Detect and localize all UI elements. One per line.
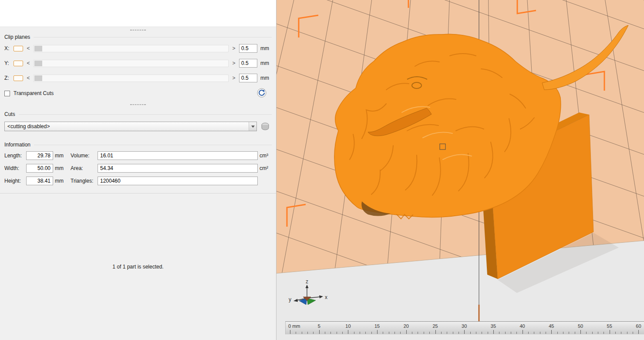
clip-y-increase-button[interactable]: > [232,60,236,66]
ruler-tick [633,332,633,334]
transparent-cuts-checkbox[interactable] [4,91,10,96]
splitter-handle-middle[interactable] [0,102,276,107]
volume-unit: cm³ [260,153,271,159]
clip-x-increase-button[interactable]: > [232,45,236,51]
clip-y-checkbox[interactable] [13,61,23,66]
ruler-label: 15 [374,323,380,329]
cutting-mode-dropdown[interactable]: <cutting disabled> [4,122,257,131]
scene-3d[interactable]: z x y [276,0,644,340]
group-divider-line [34,37,272,37]
ruler-tick [540,332,540,334]
ruler-tick [580,330,581,334]
reset-clip-planes-button[interactable] [257,88,266,98]
clip-z-slider-handle[interactable] [34,75,42,81]
ruler-tick [459,332,459,334]
clip-y-slider[interactable] [34,60,229,67]
clip-y-value-input[interactable] [239,59,257,68]
ruler-tick [482,332,482,334]
transparent-cuts-row: Transparent Cuts [4,88,272,99]
chevron-down-icon [251,126,255,128]
clip-x-label: X: [4,45,10,51]
clip-planes-group: Clip planes X: < > mm Y: < > mm [0,33,276,102]
cut-tool-button[interactable] [260,121,271,132]
ruler-tick [586,332,587,334]
clip-plane-row-y: Y: < > mm [4,58,271,68]
ruler-tick [505,332,506,334]
ruler-tick [464,330,465,334]
clip-y-label: Y: [4,60,10,66]
ruler-tick [296,332,296,334]
ruler-tick [598,332,598,334]
ruler-tick [354,332,354,334]
left-panel: Clip planes X: < > mm Y: < > mm [0,0,276,340]
selection-status-text: 1 of 1 part is selected. [112,264,163,270]
clip-x-checkbox[interactable] [13,46,23,51]
area-label: Area: [71,165,96,171]
clip-x-decrease-button[interactable]: < [26,45,30,51]
length-input[interactable] [26,151,53,160]
status-panel: 1 of 1 part is selected. [0,193,276,340]
information-group: Information Length: mm Volume: cm³ Width… [0,140,276,193]
clip-y-decrease-button[interactable]: < [26,60,30,66]
ruler-tick [499,332,499,334]
clip-x-value-input[interactable] [239,44,257,53]
clip-x-slider[interactable] [34,45,229,52]
ruler-tick [319,330,320,334]
clip-z-slider[interactable] [34,75,229,82]
ruler-tick [516,332,517,334]
area-input[interactable] [98,164,258,173]
ruler-tick [348,330,348,334]
ruler-tick [418,332,418,334]
ruler-tick [302,332,302,334]
length-label: Length: [4,153,24,159]
ruler-tick [377,330,378,334]
parts-tree-panel[interactable] [0,0,276,27]
viewport-3d[interactable]: z x y 0 mm51015202530354045505560 [276,0,644,340]
ruler-tick [615,332,616,334]
cut-tool-icon [260,121,270,132]
clip-z-decrease-button[interactable]: < [26,75,30,81]
ruler-tick [476,332,476,334]
ruler-label: 20 [404,323,409,329]
cuts-group: Cuts <cutting disabled> [0,110,276,136]
info-row-height-triangles: Height: mm Triangles: [4,176,271,186]
clip-z-checkbox[interactable] [13,75,23,81]
ruler-tick [400,332,401,334]
ruler-tick [394,332,395,334]
triangles-label: Triangles: [71,178,96,184]
clip-x-slider-handle[interactable] [34,46,42,51]
ruler-tick [424,332,424,334]
transparent-cuts-label: Transparent Cuts [13,90,54,96]
volume-input[interactable] [98,151,258,160]
dropdown-button[interactable] [249,122,256,131]
ruler-tick [441,332,442,334]
ruler-tick [528,332,529,334]
ruler-tick [435,330,436,334]
netfabb-window: Clip planes X: < > mm Y: < > mm [0,0,644,340]
ruler-tick [371,332,372,334]
x-axis-label: x [325,294,327,300]
ruler-tick [546,332,546,334]
clip-z-label: Z: [4,75,10,81]
ruler-tick [325,332,325,334]
ruler-tick [575,332,575,334]
ruler-tick [412,332,412,334]
area-unit: cm² [260,165,271,171]
ruler-tick [604,332,604,334]
information-title: Information [4,142,30,148]
reset-icon [257,88,266,98]
ruler-tick [389,332,389,334]
ruler-tick [383,332,383,334]
triangles-input[interactable] [98,177,258,185]
width-input[interactable] [26,164,53,173]
clip-y-slider-handle[interactable] [34,61,42,66]
splitter-handle-top[interactable] [0,27,276,33]
clip-z-increase-button[interactable]: > [232,75,236,81]
ruler-label: 45 [549,323,554,329]
height-input[interactable] [26,177,53,185]
ruler-tick [638,330,639,334]
group-divider-line [19,114,272,115]
ruler-tick [313,332,314,334]
clip-z-value-input[interactable] [239,74,257,82]
ruler-label: 10 [345,323,351,329]
